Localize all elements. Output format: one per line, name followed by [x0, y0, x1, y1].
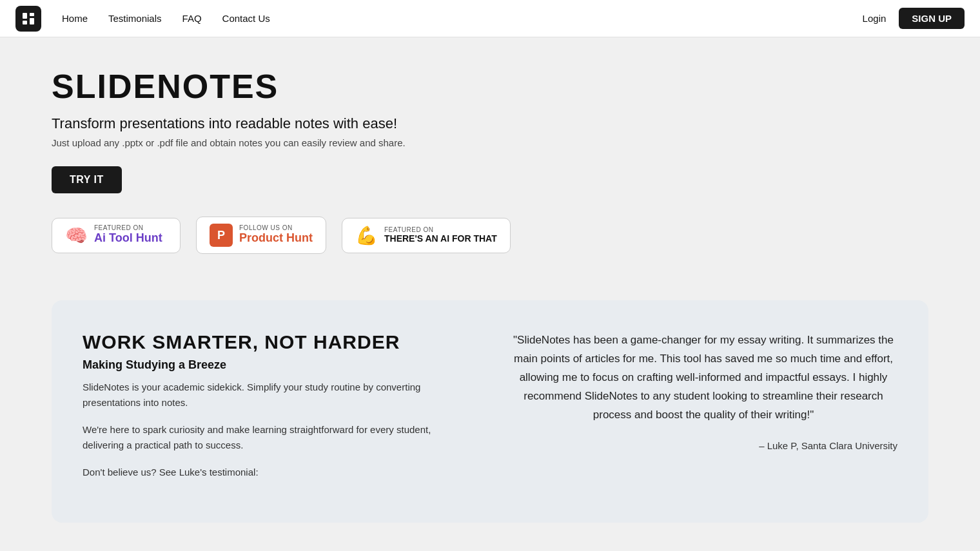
nav-contact[interactable]: Contact Us	[222, 13, 270, 24]
nav-right: Login SIGN UP	[863, 8, 965, 29]
logo-icon	[15, 6, 41, 32]
signup-button[interactable]: SIGN UP	[899, 8, 965, 29]
muscle-icon: 💪	[355, 225, 378, 246]
product-hunt-badge[interactable]: P FOLLOW US ON Product Hunt	[196, 217, 326, 254]
work-smarter-cta: Don't believe us? See Luke's testimonial…	[83, 465, 471, 480]
badges-row: 🧠 Featured on Ai Tool Hunt P FOLLOW US O…	[52, 217, 928, 254]
work-smarter-section: WORK SMARTER, NOT HARDER Making Studying…	[52, 300, 928, 523]
hero-subtitle: Transform presentations into readable no…	[52, 115, 928, 132]
ai-tool-hunt-badge[interactable]: 🧠 Featured on Ai Tool Hunt	[52, 218, 181, 253]
product-hunt-main: Product Hunt	[239, 231, 313, 246]
login-button[interactable]: Login	[863, 13, 887, 24]
svg-rect-0	[23, 13, 27, 19]
product-hunt-text: FOLLOW US ON Product Hunt	[239, 225, 313, 246]
testimonial-block: "SlideNotes has been a game-changer for …	[509, 331, 897, 450]
nav-home[interactable]: Home	[62, 13, 88, 24]
ai-tool-hunt-text: Featured on Ai Tool Hunt	[94, 225, 162, 246]
ai-tool-hunt-small: Featured on	[94, 225, 162, 231]
examples-heading: EXAMPLE NOTES	[52, 548, 928, 551]
navbar: Home Testimonials FAQ Contact Us Login S…	[0, 0, 980, 37]
theres-an-ai-small: FEATURED ON	[384, 227, 497, 233]
work-smarter-para1: SlideNotes is your academic sidekick. Si…	[83, 380, 471, 411]
examples-section: EXAMPLE NOTES The Fundamental	[0, 548, 980, 551]
work-smarter-left: WORK SMARTER, NOT HARDER Making Studying…	[83, 331, 471, 492]
ai-tool-hunt-icon: 🧠	[65, 225, 88, 246]
svg-rect-3	[23, 21, 27, 24]
theres-an-ai-text: FEATURED ON THERE'S AN AI FOR THAT	[384, 227, 497, 244]
work-smarter-subheading: Making Studying a Breeze	[83, 358, 471, 372]
logo[interactable]	[15, 6, 41, 32]
nav-links: Home Testimonials FAQ Contact Us	[62, 13, 863, 24]
theres-an-ai-badge[interactable]: 💪 FEATURED ON THERE'S AN AI FOR THAT	[342, 218, 511, 253]
work-smarter-para2: We're here to spark curiosity and make l…	[83, 422, 471, 453]
product-hunt-small: FOLLOW US ON	[239, 225, 313, 231]
work-smarter-heading: WORK SMARTER, NOT HARDER	[83, 331, 471, 353]
nav-testimonials[interactable]: Testimonials	[108, 13, 162, 24]
svg-rect-2	[30, 18, 34, 24]
testimonial-quote: "SlideNotes has been a game-changer for …	[509, 331, 897, 424]
product-hunt-icon: P	[210, 224, 233, 247]
hero-description: Just upload any .pptx or .pdf file and o…	[52, 137, 928, 148]
try-it-button[interactable]: TRY IT	[52, 166, 122, 193]
hero-title: SLIDENOTES	[52, 68, 928, 105]
nav-faq[interactable]: FAQ	[182, 13, 202, 24]
ai-tool-hunt-main: Ai Tool Hunt	[94, 231, 162, 246]
hero-section: SLIDENOTES Transform presentations into …	[0, 37, 980, 300]
svg-rect-1	[30, 13, 34, 16]
testimonial-author: – Luke P, Santa Clara University	[509, 440, 897, 451]
theres-an-ai-main: THERE'S AN AI FOR THAT	[384, 233, 497, 244]
